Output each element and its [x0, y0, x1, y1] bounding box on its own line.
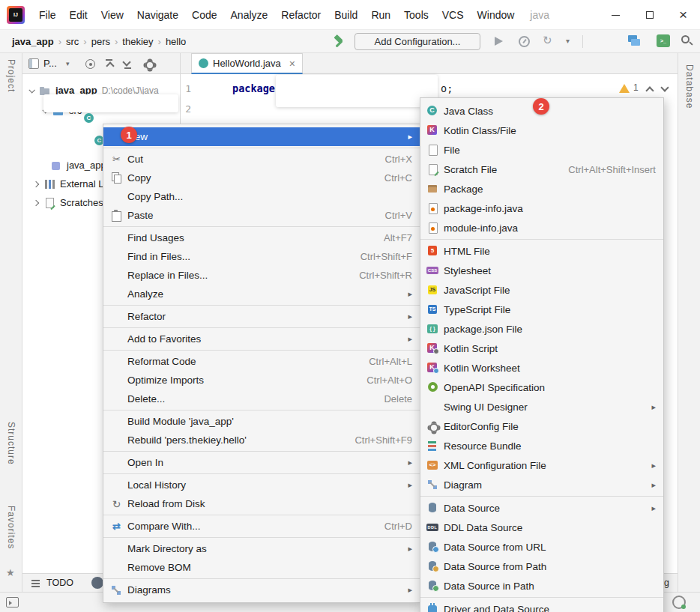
menu-item-openapi-specification[interactable]: OpenAPI Specification: [420, 378, 663, 397]
settings-gear-icon[interactable]: [144, 59, 153, 68]
menu-item-find-in-files[interactable]: Find in Files...Ctrl+Shift+F: [103, 247, 420, 266]
locate-file-icon[interactable]: [85, 59, 95, 69]
menu-item-data-source-from-path[interactable]: Data Source from Path: [420, 557, 663, 576]
tree-chevron-icon[interactable]: [33, 199, 39, 205]
background-tasks-icon[interactable]: [672, 596, 686, 609]
menu-item-local-history[interactable]: Local History▸: [103, 476, 420, 494]
collapse-all-icon[interactable]: [105, 59, 114, 69]
menu-item-html-file[interactable]: HTML File: [420, 241, 663, 261]
menubar-item-tools[interactable]: Tools: [397, 0, 435, 30]
menu-item-kotlin-class-file[interactable]: Kotlin Class/File: [420, 121, 663, 140]
minimize-button[interactable]: [599, 0, 633, 30]
todo-tab[interactable]: TODO: [46, 574, 73, 593]
tree-chevron-icon[interactable]: [33, 181, 39, 187]
menubar-item-build[interactable]: Build: [328, 0, 364, 30]
menu-item-replace-in-files[interactable]: Replace in Files...Ctrl+Shift+R: [103, 266, 420, 285]
menu-item-module-info-java[interactable]: module-info.java: [420, 218, 663, 237]
menu-item-open-in[interactable]: Open In▸: [103, 453, 420, 472]
menu-item-kotlin-worksheet[interactable]: Kotlin Worksheet: [420, 358, 663, 378]
menu-item-delete[interactable]: Delete...Delete: [103, 390, 420, 408]
breadcrumb-item-hello[interactable]: hello: [164, 36, 187, 47]
menubar-item-refactor[interactable]: Refactor: [274, 0, 328, 30]
menu-item-build-module-java-app[interactable]: Build Module 'java_app': [103, 412, 420, 431]
menu-item-reload-from-disk[interactable]: Reload from Disk: [103, 494, 420, 513]
previous-warning-icon[interactable]: [645, 86, 654, 94]
menubar-item-code[interactable]: Code: [185, 0, 223, 30]
close-button[interactable]: ×: [666, 0, 700, 30]
menu-item-refactor[interactable]: Refactor▸: [103, 307, 420, 326]
menu-item-swing-ui-designer[interactable]: Swing UI Designer▸: [420, 397, 663, 416]
menu-item-remove-bom[interactable]: Remove BOM: [103, 558, 420, 577]
menubar-item-edit[interactable]: Edit: [63, 0, 94, 30]
tree-chevron-icon[interactable]: [28, 87, 34, 93]
menu-item-javascript-file[interactable]: JavaScript File: [420, 280, 663, 300]
chevron-down-icon[interactable]: ▾: [566, 37, 570, 45]
menu-item-optimize-imports[interactable]: Optimize ImportsCtrl+Alt+O: [103, 371, 420, 390]
expand-all-icon[interactable]: [123, 59, 132, 69]
menu-item-find-usages[interactable]: Find UsagesAlt+F7: [103, 228, 420, 247]
menu-item-paste[interactable]: PasteCtrl+V: [103, 206, 420, 225]
menubar-item-vcs[interactable]: VCS: [435, 0, 471, 30]
menu-item-package-info-java[interactable]: package-info.java: [420, 199, 663, 218]
menu-item-diagrams[interactable]: Diagrams▸: [103, 581, 420, 599]
rerun-icon[interactable]: ↻: [543, 34, 552, 47]
profiler-icon[interactable]: [519, 36, 530, 47]
run-icon[interactable]: [495, 37, 503, 46]
project-pane-icon[interactable]: [28, 58, 39, 69]
tool-window-button-project[interactable]: Project: [6, 59, 16, 92]
menu-item-add-to-favorites[interactable]: Add to Favorites▸: [103, 330, 420, 348]
editor-tab-helloworld[interactable]: HelloWorld.java ×: [191, 53, 303, 74]
project-pane-caret-icon[interactable]: ▾: [66, 53, 70, 74]
next-warning-icon[interactable]: [660, 83, 669, 91]
menubar-item-analyze[interactable]: Analyze: [224, 0, 275, 30]
menu-item-mark-directory-as[interactable]: Mark Directory as▸: [103, 539, 420, 558]
menu-item-kotlin-script[interactable]: Kotlin Script: [420, 339, 663, 358]
menu-item-copy-path[interactable]: Copy Path...: [103, 187, 420, 206]
maximize-button[interactable]: [633, 0, 666, 30]
warning-icon[interactable]: [619, 84, 630, 93]
breadcrumb-item-src[interactable]: src: [64, 36, 80, 47]
menu-item-compare-with[interactable]: Compare With...Ctrl+D: [103, 517, 420, 536]
menu-item-driver-and-data-source[interactable]: Driver and Data Source: [420, 599, 663, 612]
menu-item-package[interactable]: Package: [420, 179, 663, 199]
search-everywhere-icon[interactable]: [681, 35, 690, 43]
terminal-icon[interactable]: [657, 34, 670, 47]
menubar-item-navigate[interactable]: Navigate: [130, 0, 185, 30]
menu-item-typescript-file[interactable]: TypeScript File: [420, 300, 663, 319]
build-hammer-icon[interactable]: [333, 35, 346, 48]
favorites-star-icon[interactable]: [6, 567, 15, 578]
breadcrumb-item-thekiey[interactable]: thekiey: [121, 36, 154, 47]
menu-item-new[interactable]: New▸: [103, 127, 420, 146]
tab-close-icon[interactable]: ×: [289, 58, 295, 69]
project-pane-title[interactable]: P...: [43, 53, 57, 74]
menu-item-package-json-file[interactable]: package.json File: [420, 319, 663, 339]
menu-item-diagram[interactable]: Diagram▸: [420, 475, 663, 494]
menu-item-stylesheet[interactable]: Stylesheet: [420, 261, 663, 280]
menu-item-reformat-code[interactable]: Reformat CodeCtrl+Alt+L: [103, 352, 420, 371]
tool-window-button-favorites[interactable]: Favorites: [6, 506, 16, 549]
event-log-fragment[interactable]: g: [664, 574, 669, 593]
menubar-item-file[interactable]: File: [32, 0, 63, 30]
menu-item-data-source-in-path[interactable]: Data Source in Path: [420, 576, 663, 596]
tool-window-button-database[interactable]: Database: [684, 64, 695, 109]
status-circle-icon[interactable]: [91, 577, 103, 589]
tool-window-button-structure[interactable]: Structure: [6, 422, 16, 465]
menu-item-editorconfig-file[interactable]: EditorConfig File: [420, 416, 663, 436]
menubar-item-run[interactable]: Run: [364, 0, 397, 30]
menu-item-ddl-data-source[interactable]: DDL Data Source: [420, 518, 663, 537]
menu-item-copy[interactable]: CopyCtrl+C: [103, 169, 420, 187]
menu-item-cut[interactable]: CutCtrl+X: [103, 150, 420, 169]
menu-item-xml-configuration-file[interactable]: XML Configuration File▸: [420, 455, 663, 475]
menu-item-data-source[interactable]: Data Source▸: [420, 498, 663, 518]
project-structure-icon[interactable]: [628, 35, 641, 47]
menubar-item-view[interactable]: View: [94, 0, 130, 30]
breadcrumb-item-pers[interactable]: pers: [90, 36, 112, 47]
menu-item-rebuild-pers-thekiey-hello[interactable]: Rebuild 'pers.thekiey.hello'Ctrl+Shift+F…: [103, 431, 420, 449]
toggle-toolwindows-icon[interactable]: [6, 597, 19, 608]
menu-item-resource-bundle[interactable]: Resource Bundle: [420, 436, 663, 455]
breadcrumb-item-java-app[interactable]: java_app: [10, 36, 55, 47]
menu-item-file[interactable]: File: [420, 140, 663, 160]
menubar-item-window[interactable]: Window: [471, 0, 522, 30]
menu-item-data-source-from-url[interactable]: Data Source from URL: [420, 537, 663, 557]
menu-item-analyze[interactable]: Analyze▸: [103, 285, 420, 303]
